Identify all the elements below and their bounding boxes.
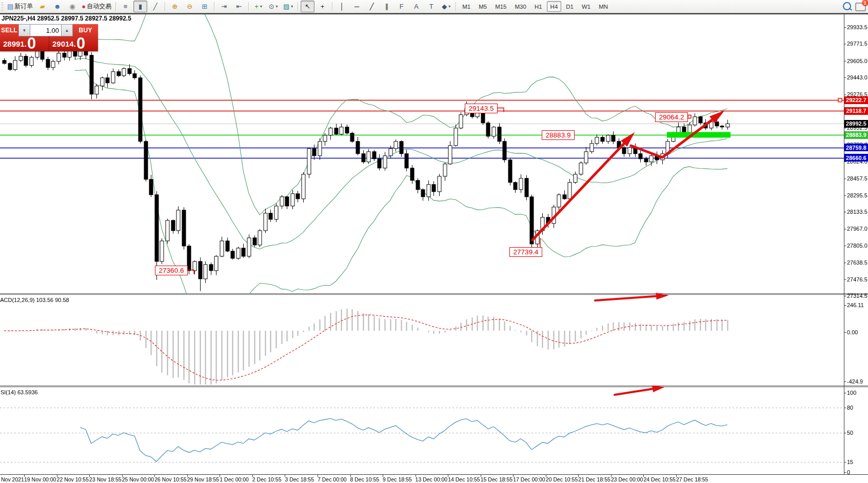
crayon-icon[interactable]: ▰ — [35, 1, 49, 12]
add-indicator-icon[interactable]: +▾ — [251, 1, 265, 12]
vertical-line-icon: │ — [340, 3, 344, 10]
chat-icon[interactable]: 1 — [855, 3, 866, 11]
text-label-icon: T — [429, 3, 433, 10]
line-chart-icon: ╱ — [153, 3, 157, 10]
bar-chart-icon[interactable]: ≡ — [119, 1, 132, 12]
timeframe-d1[interactable]: D1 — [562, 1, 577, 12]
volume-increase-button[interactable]: ▲ — [61, 24, 73, 36]
timeframe-m5[interactable]: M5 — [475, 1, 490, 12]
period-icon: ⊙ — [269, 3, 274, 10]
notification-badge: 1 — [862, 0, 868, 6]
template-icon: ▨ — [283, 3, 289, 10]
timeframe-h1[interactable]: H1 — [531, 1, 546, 12]
search-icon[interactable] — [843, 2, 851, 10]
shapes-icon[interactable]: ◆▾ — [439, 1, 453, 12]
axis-price-tag: 28883.9 — [844, 131, 868, 139]
new-order-button-label: 新订单 — [14, 2, 33, 11]
macd-indicator-label: MACD(12,26,9) 103.56 90.58 — [0, 297, 69, 303]
price-annotation-label[interactable]: 29064.2 — [655, 112, 688, 122]
tile-windows-icon: ⊞ — [202, 3, 207, 10]
toolbar-grip[interactable] — [1, 3, 4, 11]
one-click-trade-panel: SELL ▼ 1.00 ▲ BUY 28991 . 0 29014 . 0 — [0, 24, 98, 51]
cursor-icon: ↖ — [305, 3, 310, 10]
sell-price-dot: . — [25, 37, 27, 51]
timeframe-m1[interactable]: M1 — [459, 1, 474, 12]
buy-price-pips: 0 — [76, 36, 85, 51]
chevron-down-icon[interactable]: ▾ — [448, 4, 450, 9]
template-icon[interactable]: ▨▾ — [281, 1, 295, 12]
equidistant-channel-icon[interactable]: ∥ — [380, 1, 393, 12]
zoom-out-icon[interactable]: ⊖ — [183, 1, 196, 12]
crosshair-icon: + — [321, 3, 325, 10]
panel-resize-divider[interactable] — [0, 385, 844, 388]
trendline-icon[interactable]: ╱ — [365, 1, 379, 12]
chevron-down-icon[interactable]: ▾ — [291, 4, 293, 9]
text-icon[interactable]: A — [409, 1, 423, 12]
chart-shift-icon: ⇤ — [236, 3, 242, 10]
toolbar-separator — [298, 2, 298, 11]
autotrading-icon: ● — [82, 3, 86, 10]
text-label-icon[interactable]: T — [424, 1, 438, 12]
sell-price-display[interactable]: 28991 . 0 — [0, 36, 49, 51]
vertical-line-icon[interactable]: │ — [335, 1, 349, 12]
auto-scroll-icon[interactable]: ⇥ — [217, 1, 231, 12]
add-indicator-icon: + — [254, 3, 259, 10]
sell-price-pips: 0 — [27, 36, 36, 51]
axis-price-tag: 28992.5 — [844, 120, 868, 128]
main-toolbar: ▤新订单▰☻◉●自动交易≡▮╱⊕⊖⊞⇥⇤+▾⊙▾▨▾↖+│─╱∥FAT◆▾M1M… — [0, 0, 868, 13]
new-order-icon: ▤ — [7, 3, 13, 10]
timeframe-m15[interactable]: M15 — [491, 1, 510, 12]
period-icon[interactable]: ⊙▾ — [266, 1, 280, 12]
candlestick-chart-icon: ▮ — [139, 3, 142, 10]
buy-price-main: 29014 — [52, 37, 74, 51]
price-annotation-label[interactable]: 27360.6 — [155, 266, 188, 275]
cursor-icon[interactable]: ↖ — [301, 1, 314, 12]
timeframe-m30[interactable]: M30 — [511, 1, 530, 12]
auto-scroll-icon: ⇥ — [221, 3, 227, 10]
bar-chart-icon: ≡ — [124, 3, 128, 10]
price-annotation-label[interactable]: 27739.4 — [509, 247, 542, 257]
timeframe-w1[interactable]: W1 — [578, 1, 594, 12]
price-annotation-label[interactable]: 28883.9 — [542, 130, 575, 140]
crayon-icon: ▰ — [40, 3, 45, 10]
timeframe-h4[interactable]: H4 — [547, 1, 562, 12]
buy-price-dot: . — [74, 37, 76, 51]
panel-resize-divider[interactable] — [0, 292, 844, 296]
line-chart-icon[interactable]: ╱ — [148, 1, 162, 12]
rsi-indicator-label: RSI(14) 63.5936 — [0, 389, 38, 395]
new-order-button[interactable]: ▤新订单 — [6, 1, 34, 12]
community-icon[interactable]: ☻ — [50, 1, 64, 12]
timeframe-mn[interactable]: MN — [595, 1, 611, 12]
toolbar-separator — [165, 2, 165, 11]
chevron-down-icon[interactable]: ▾ — [260, 4, 262, 9]
sell-price-main: 28991 — [3, 37, 25, 51]
autotrading-button[interactable]: ●自动交易 — [80, 1, 113, 12]
signal-icon[interactable]: ◉ — [65, 1, 79, 12]
buy-price-display[interactable]: 29014 . 0 — [49, 36, 98, 51]
horizontal-line-icon[interactable]: ─ — [350, 1, 364, 12]
equidistant-channel-icon: ∥ — [385, 3, 388, 10]
axis-price-tag: 28660.6 — [844, 154, 868, 162]
crosshair-icon[interactable]: + — [315, 1, 329, 12]
shapes-icon: ◆ — [442, 3, 447, 10]
toolbar-right-icons: 1 — [843, 1, 866, 11]
chart-ohlc-title: JPN225-,H4 28952.5 28997.5 28927.5 28992… — [2, 15, 131, 22]
toolbar-separator — [456, 2, 456, 11]
candlestick-chart-icon[interactable]: ▮ — [133, 1, 147, 12]
community-icon: ☻ — [54, 3, 61, 10]
toolbar-separator — [214, 2, 214, 11]
tile-windows-icon[interactable]: ⊞ — [198, 1, 211, 12]
price-annotation-label[interactable]: 29143.5 — [465, 104, 498, 113]
chevron-down-icon[interactable]: ▾ — [276, 4, 278, 9]
axis-price-tag: 29222.7 — [844, 96, 868, 104]
chart-shift-icon[interactable]: ⇤ — [232, 1, 246, 12]
fibonacci-icon: F — [400, 3, 404, 10]
toolbar-separator — [332, 2, 332, 11]
text-icon: A — [414, 3, 419, 10]
fibonacci-icon[interactable]: F — [394, 1, 408, 12]
axis-price-tag: 28759.8 — [844, 144, 868, 151]
zoom-in-icon[interactable]: ⊕ — [168, 1, 182, 12]
axis-price-tag: 29118.7 — [844, 107, 868, 115]
chart-canvas[interactable] — [0, 0, 868, 483]
sell-button[interactable]: SELL — [0, 24, 18, 36]
